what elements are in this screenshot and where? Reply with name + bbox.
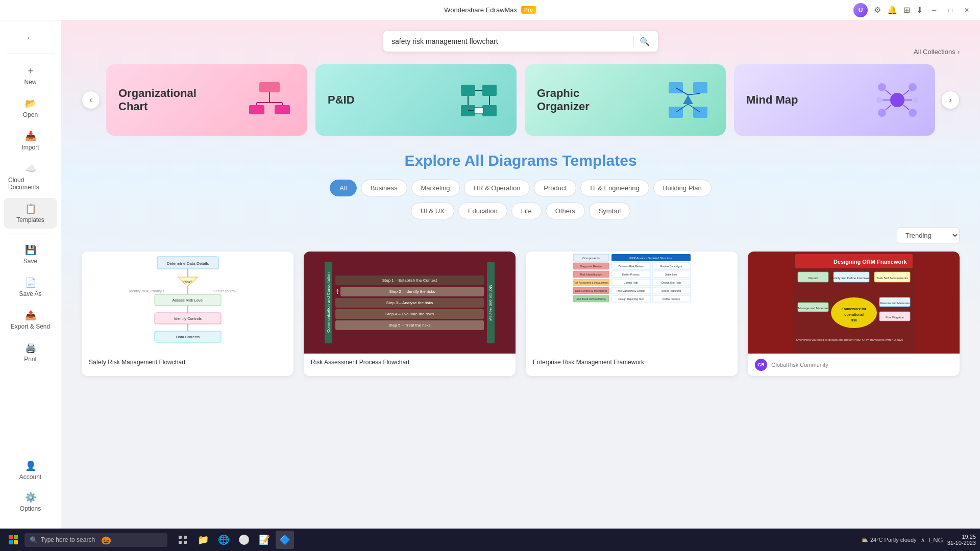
svg-text:Identify and Define Framework: Identify and Define Framework xyxy=(830,277,873,280)
filter-tab-life[interactable]: Life xyxy=(511,203,542,219)
carousel-card-org-chart[interactable]: Organizational Chart xyxy=(106,64,307,136)
close-button[interactable]: ✕ xyxy=(962,5,972,15)
taskbar-app-taskview[interactable] xyxy=(174,531,192,549)
main-content: 🔍 All Collections › ‹ Organizational Cha… xyxy=(61,20,980,529)
svg-text:Risk Control & Monitoring: Risk Control & Monitoring xyxy=(575,289,606,292)
sort-row: Trending Newest Most Popular xyxy=(82,228,960,243)
sidebar-back-button[interactable]: ← xyxy=(4,28,57,48)
explore-prefix: Explore xyxy=(404,152,460,169)
svg-line-32 xyxy=(886,90,891,95)
template-card-orm-image: Designing ORM Framework Report Identify … xyxy=(748,252,960,354)
bell-icon[interactable]: 🔔 xyxy=(887,5,897,15)
template-card-erp-footer: Enterprise Risk Management Framework xyxy=(526,354,738,371)
user-avatar[interactable]: U xyxy=(853,3,868,17)
sidebar-item-import[interactable]: 📥 Import xyxy=(4,126,57,156)
filter-tab-all[interactable]: All xyxy=(330,180,356,196)
taskbar-app-chrome[interactable]: ⚪ xyxy=(235,531,253,549)
filter-tab-it-engineering[interactable]: IT & Engineering xyxy=(580,180,649,196)
settings-icon[interactable]: ⚙ xyxy=(874,5,881,15)
sidebar-item-cloud[interactable]: ☁️ Cloud Documents xyxy=(4,158,57,196)
sidebar: ← ＋ New 📂 Open 📥 Import ☁️ Cloud Documen… xyxy=(0,20,61,529)
risk-step-1: Step 1 – Establish the Context xyxy=(335,276,484,285)
svg-text:Report: Report xyxy=(808,277,817,280)
filter-tab-symbol[interactable]: Symbol xyxy=(589,203,630,219)
taskbar-app-word[interactable]: 📝 xyxy=(255,531,274,549)
filter-tab-education[interactable]: Education xyxy=(458,203,507,219)
template-card-orm[interactable]: Designing ORM Framework Report Identify … xyxy=(748,252,960,376)
svg-text:Assess Risk Level: Assess Risk Level xyxy=(172,298,203,303)
sidebar-item-export[interactable]: 📤 Export & Send xyxy=(4,305,57,335)
template-card-flowchart[interactable]: Determine Data Details Risk? Assess Risk… xyxy=(82,252,293,376)
svg-text:Selling Reporting: Selling Reporting xyxy=(661,289,680,292)
app-body: ← ＋ New 📂 Open 📥 Import ☁️ Cloud Documen… xyxy=(0,20,980,529)
svg-text:Risk Marketing & Control: Risk Marketing & Control xyxy=(617,289,645,292)
carousel-next-button[interactable]: › xyxy=(941,91,960,109)
maximize-button[interactable]: □ xyxy=(945,5,955,15)
template-card-flowchart-name: Safety Risk Management Flowchart xyxy=(89,359,185,366)
carousel-pid-image xyxy=(453,74,504,126)
svg-point-29 xyxy=(909,109,917,117)
graphic-organizer-svg xyxy=(665,80,711,120)
filter-tab-others[interactable]: Others xyxy=(546,203,585,219)
template-card-risk-steps-image: Communication and Consultation Step 1 – … xyxy=(304,252,516,354)
carousel-card-mindmap[interactable]: Mind Map xyxy=(734,64,935,136)
start-button[interactable] xyxy=(4,531,22,549)
search-container: 🔍 xyxy=(82,31,960,52)
svg-point-26 xyxy=(878,83,886,91)
template-card-erp[interactable]: Components ERP Area's - Detailed Structu… xyxy=(526,252,738,376)
filter-tab-marketing[interactable]: Marketing xyxy=(411,180,460,196)
erp-diagram-svg: Components ERP Area's - Detailed Structu… xyxy=(571,252,693,354)
search-input[interactable] xyxy=(391,37,627,45)
windows-logo-icon xyxy=(8,535,18,545)
grid-icon[interactable]: ⊞ xyxy=(903,5,910,15)
carousel-prev-button[interactable]: ‹ xyxy=(82,91,100,109)
template-orm-author-name: GlobalRisk Community xyxy=(771,362,828,368)
carousel-card-graphic-organizer[interactable]: Graphic Organizer xyxy=(525,64,726,136)
new-icon: ＋ xyxy=(26,64,35,77)
orm-diagram-svg: Designing ORM Framework Report Identify … xyxy=(793,252,915,354)
sidebar-item-options[interactable]: ⚙️ Options xyxy=(4,487,57,517)
all-collections-label: All Collections xyxy=(914,48,955,56)
svg-text:Task Self Assessments: Task Self Assessments xyxy=(876,277,908,280)
download-icon[interactable]: ⬇ xyxy=(916,5,923,15)
back-icon: ← xyxy=(26,33,35,43)
taskbar-search-box[interactable]: 🔍 Type here to search 🎃 xyxy=(24,533,167,547)
minimize-button[interactable]: ─ xyxy=(929,5,939,15)
sidebar-item-save[interactable]: 💾 Save xyxy=(4,239,57,270)
carousel-card-pid[interactable]: P&ID xyxy=(315,64,517,136)
taskbar-systray: ∧ xyxy=(921,537,925,543)
taskbar-app-edge[interactable]: 🌐 xyxy=(214,531,233,549)
all-collections-link[interactable]: All Collections › xyxy=(914,48,960,56)
taskbar-app-files[interactable]: 📁 xyxy=(194,531,212,549)
app-title-bar: Wondershare EdrawMax Pro xyxy=(444,6,536,14)
sidebar-import-label: Import xyxy=(21,144,39,151)
sidebar-item-new[interactable]: ＋ New xyxy=(4,59,57,91)
carousel-pid-title: P&ID xyxy=(328,93,355,107)
sort-dropdown[interactable]: Trending Newest Most Popular xyxy=(897,228,960,243)
filter-tab-building-plan[interactable]: Building Plan xyxy=(653,180,712,196)
filter-tab-ui-ux[interactable]: UI & UX xyxy=(411,203,454,219)
taskbar-app-edrawmax[interactable]: 🔷 xyxy=(276,531,294,549)
sidebar-account-label: Account xyxy=(19,473,41,481)
svg-text:Risk Mitigation: Risk Mitigation xyxy=(886,316,904,319)
svg-line-34 xyxy=(886,105,891,110)
sidebar-item-account[interactable]: 👤 Account xyxy=(4,455,57,486)
filter-tab-business[interactable]: Business xyxy=(361,180,407,196)
explore-title: Explore All Diagrams Templates xyxy=(82,152,960,169)
filter-tab-hr-operation[interactable]: HR & Operation xyxy=(464,180,530,196)
filter-tab-product[interactable]: Product xyxy=(534,180,576,196)
explore-highlight: All Diagrams Templates xyxy=(464,152,637,169)
template-card-risk-steps[interactable]: Communication and Consultation Step 1 – … xyxy=(304,252,516,376)
carousel-mindmap-title: Mind Map xyxy=(746,93,798,107)
svg-rect-17 xyxy=(693,82,707,93)
sidebar-item-print[interactable]: 🖨️ Print xyxy=(4,337,57,368)
sidebar-item-templates[interactable]: 📋 Templates xyxy=(4,198,57,229)
sidebar-item-save-as[interactable]: 📄 Save As xyxy=(4,272,57,303)
template-grid: Determine Data Details Risk? Assess Risk… xyxy=(82,252,960,376)
svg-text:Components: Components xyxy=(582,257,599,260)
template-orm-author-info: GlobalRisk Community xyxy=(771,362,828,368)
sidebar-item-open[interactable]: 📂 Open xyxy=(4,93,57,123)
search-button[interactable]: 🔍 xyxy=(640,37,650,46)
svg-line-33 xyxy=(903,90,909,95)
svg-text:Control Path: Control Path xyxy=(624,281,638,284)
